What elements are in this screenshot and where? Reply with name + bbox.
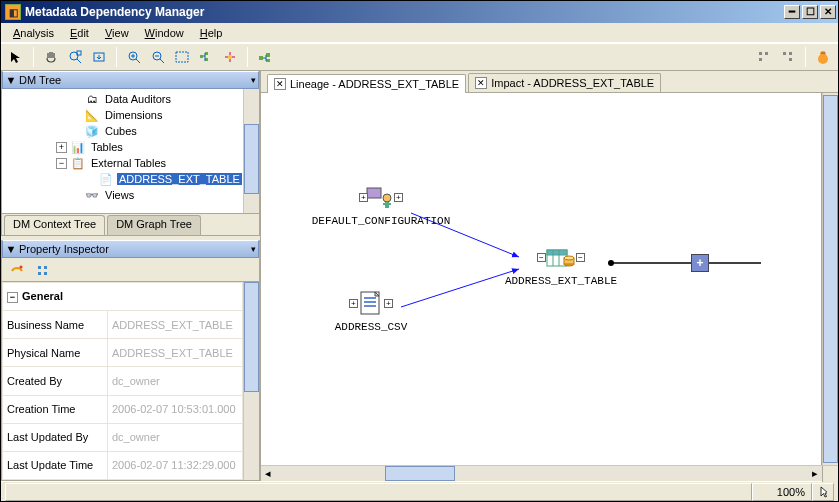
mini1-button[interactable] [753,46,775,68]
tree-item-views[interactable]: Views [103,189,136,201]
tree-item-cubes[interactable]: Cubes [103,125,139,137]
prop-tool2-button[interactable] [32,259,54,281]
svg-rect-46 [547,250,567,255]
canvas-vertical-scrollbar[interactable] [822,93,838,465]
external-tables-icon: 📋 [70,156,86,170]
prop-value-last-updated-by[interactable]: dc_owner [108,423,243,451]
tab-lineage[interactable]: ✕ Lineage - ADDRESS_EXT_TABLE [267,74,466,93]
tree-vertical-scrollbar[interactable] [243,89,259,213]
menu-help[interactable]: Help [194,26,229,40]
prop-value-physical-name[interactable]: ADDRESS_EXT_TABLE [108,339,243,367]
layout2-button[interactable] [219,46,241,68]
status-cursor-icon [812,483,834,501]
tab-lineage-label: Lineage - ADDRESS_EXT_TABLE [290,78,459,90]
canvas-horizontal-scrollbar[interactable]: ◂ ▸ [261,465,838,481]
node-default-configuration-expand-left[interactable]: + [359,193,368,202]
svg-line-5 [136,59,140,63]
dm-tree-collapse-icon[interactable]: ▼ [5,74,17,86]
zoom-out-button[interactable] [147,46,169,68]
tree-item-data-auditors[interactable]: Data Auditors [103,93,173,105]
zoom-in-button[interactable] [123,46,145,68]
navigate-button[interactable] [88,46,110,68]
property-grid[interactable]: −General Business NameADDRESS_EXT_TABLE … [2,282,243,480]
category-collapse[interactable]: − [7,292,18,303]
svg-point-15 [228,55,232,59]
svg-rect-17 [266,53,270,57]
prop-label-last-updated-by: Last Updated By [3,423,108,451]
svg-rect-38 [367,188,381,198]
help-icon-button[interactable] [812,46,834,68]
tab-dm-context-tree[interactable]: DM Context Tree [4,215,105,235]
tab-impact-close[interactable]: ✕ [475,77,487,89]
group-button[interactable] [254,46,276,68]
dm-tree-header: ▼ DM Tree ▾ [2,71,259,89]
svg-rect-16 [259,56,263,60]
app-icon: ◧ [5,4,21,20]
prop-value-last-update-time[interactable]: 2006-02-07 11:32:29.000 [108,451,243,479]
dm-tree-menu-caret[interactable]: ▾ [251,75,256,85]
node-expand-terminator[interactable]: + [691,254,709,272]
minimize-button[interactable]: ━ [784,5,800,19]
tab-lineage-close[interactable]: ✕ [274,78,286,90]
fit-window-button[interactable] [171,46,193,68]
svg-rect-20 [765,52,768,55]
svg-point-51 [564,256,574,260]
tab-impact[interactable]: ✕ Impact - ADDRESS_EXT_TABLE [468,73,661,92]
property-collapse-icon[interactable]: ▼ [5,243,17,255]
maximize-button[interactable]: ☐ [802,5,818,19]
dimensions-icon: 📐 [84,108,100,122]
node-address-csv-label: ADDRESS_CSV [311,321,431,333]
property-vertical-scrollbar[interactable] [243,282,259,480]
property-menu-caret[interactable]: ▾ [251,244,256,254]
tree-item-external-tables[interactable]: External Tables [89,157,168,169]
menu-analysis[interactable]: Analysis [7,26,60,40]
svg-rect-22 [783,52,786,55]
prop-category-general: General [22,290,63,302]
node-address-ext-table-collapse-right[interactable]: − [576,253,585,262]
views-icon: 👓 [84,188,100,202]
node-address-ext-table[interactable]: − − ADDRESS_EXT_TABLE [491,243,631,287]
menu-edit[interactable]: Edit [64,26,95,40]
tab-impact-label: Impact - ADDRESS_EXT_TABLE [491,77,654,89]
node-address-csv-expand-right[interactable]: + [384,299,393,308]
pan-tool-button[interactable] [40,46,62,68]
diagram-canvas[interactable]: + + DEFAULT_CONFIGURATION + + A [261,93,822,465]
svg-rect-12 [200,55,203,58]
menu-view[interactable]: View [99,26,135,40]
svg-rect-31 [44,266,47,269]
node-default-configuration[interactable]: + + DEFAULT_CONFIGURATION [301,183,461,227]
pointer-tool-button[interactable] [5,46,27,68]
menubar: Analysis Edit View Window Help [1,23,838,43]
svg-line-9 [160,59,164,63]
node-address-csv[interactable]: + + ADDRESS_CSV [311,289,431,333]
tab-dm-graph-tree[interactable]: DM Graph Tree [107,215,201,235]
prop-value-creation-time[interactable]: 2006-02-07 10:53:01.000 [108,395,243,423]
titlebar: ◧ Metadata Dependency Manager ━ ☐ ✕ [1,1,838,23]
node-default-configuration-expand-right[interactable]: + [394,193,403,202]
property-inspector-header: ▼ Property Inspector ▾ [2,240,259,258]
zoom-select-button[interactable] [64,46,86,68]
toolbar [1,43,838,71]
expand-tables[interactable]: + [56,142,67,153]
close-button[interactable]: ✕ [820,5,836,19]
prop-label-physical-name: Physical Name [3,339,108,367]
ext-table-item-icon: 📄 [98,172,114,186]
collapse-external-tables[interactable]: − [56,158,67,169]
node-default-configuration-label: DEFAULT_CONFIGURATION [301,215,461,227]
tree-item-address-ext-table[interactable]: ADDRESS_EXT_TABLE [117,173,242,185]
dm-tree[interactable]: 🗂Data Auditors 📐Dimensions 🧊Cubes +📊Tabl… [2,89,243,213]
prop-value-created-by[interactable]: dc_owner [108,367,243,395]
tree-item-tables[interactable]: Tables [89,141,125,153]
prop-tool1-button[interactable] [6,259,28,281]
menu-window[interactable]: Window [139,26,190,40]
tree-item-dimensions[interactable]: Dimensions [103,109,164,121]
node-address-csv-expand-left[interactable]: + [349,299,358,308]
mini2-button[interactable] [777,46,799,68]
tables-icon: 📊 [70,140,86,154]
window-title: Metadata Dependency Manager [25,5,784,19]
status-zoom: 100% [752,483,812,501]
layout1-button[interactable] [195,46,217,68]
node-address-ext-table-label: ADDRESS_EXT_TABLE [491,275,631,287]
node-address-ext-table-collapse-left[interactable]: − [537,253,546,262]
prop-value-business-name[interactable]: ADDRESS_EXT_TABLE [108,311,243,339]
